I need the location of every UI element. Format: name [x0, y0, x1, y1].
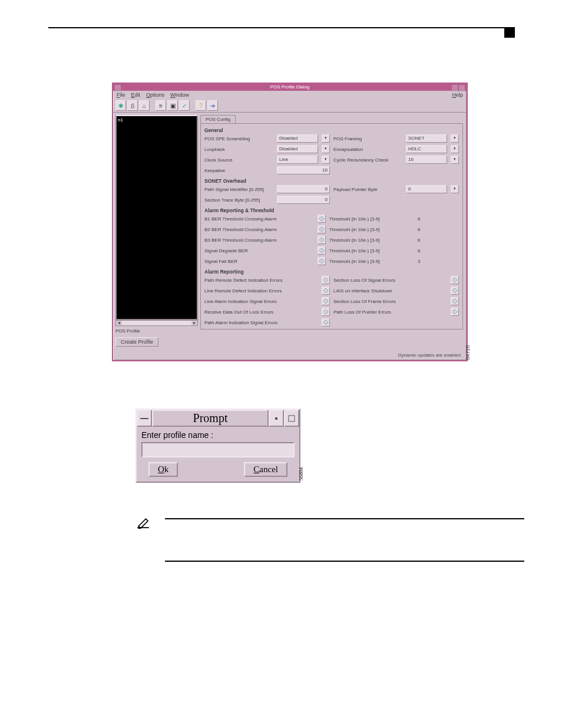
diamond-toggle-icon[interactable] [322, 297, 330, 305]
diamond-toggle-icon[interactable] [318, 215, 326, 223]
field-ppb[interactable]: 0 [406, 185, 447, 193]
label-pos-framing: POS Framing [333, 136, 402, 141]
toolbar-btn-2[interactable]: ⎙ [127, 100, 138, 111]
menu-file[interactable]: File [117, 92, 125, 98]
diamond-toggle-icon[interactable] [451, 276, 459, 284]
ar-right-label: Path Loss Of Pointer Errors [333, 309, 447, 315]
scroll-right-icon[interactable]: ▸ [191, 321, 197, 325]
alarm-reporting-grid: Path Remote Defect Indication Errors Sec… [204, 276, 459, 327]
section-general: General [204, 127, 459, 133]
ar-right-label: Section Loss Of Frame Errors [333, 299, 447, 304]
window-maximize-icon[interactable] [458, 84, 465, 91]
field-psi[interactable]: 0 [277, 185, 330, 193]
dropdown-icon[interactable]: ▾ [451, 156, 459, 164]
ar-left-label: Line Alarm Indication Signal Errors [204, 299, 318, 304]
field-stb[interactable]: 0 [277, 196, 330, 204]
window-minimize-icon[interactable] [451, 84, 458, 91]
profile-list[interactable]: n1 [115, 115, 198, 320]
create-profile-button[interactable]: Create Profile [115, 337, 158, 347]
diamond-toggle-icon[interactable] [451, 308, 459, 316]
svg-marker-6 [452, 278, 457, 282]
dropdown-icon[interactable]: ▾ [322, 145, 330, 153]
svg-rect-14 [140, 418, 148, 419]
window-menu-icon[interactable] [114, 84, 121, 91]
field-spe-scrambling[interactable]: Disabled [277, 134, 318, 143]
menu-window[interactable]: Window [170, 92, 189, 98]
svg-marker-7 [323, 288, 328, 293]
profile-list-hscrollbar[interactable]: ◂ ▸ [115, 320, 198, 326]
window-titlebar[interactable]: POS Profile Dialog [113, 84, 467, 91]
diamond-toggle-icon[interactable] [451, 286, 459, 295]
figure-id: 84720 [464, 345, 470, 360]
profile-name-input[interactable] [141, 442, 295, 457]
thr-value[interactable]: 6 [418, 227, 459, 232]
toolbar-btn-6[interactable]: ✓ [179, 100, 190, 111]
thr-threshold-label: Threshold (in 10e-) [3-9] [329, 216, 414, 222]
svg-marker-11 [323, 309, 328, 314]
field-encapsulation[interactable]: HDLC [406, 145, 447, 153]
thr-threshold-label: Threshold (in 10e-) [3-9] [329, 248, 414, 253]
thr-label: B2 BER Threshold Crossing Alarm [204, 227, 314, 232]
window-title: POS Profile Dialog [270, 84, 310, 90]
toolbar-btn-help[interactable]: ? [196, 100, 206, 111]
dropdown-icon[interactable]: ▾ [451, 145, 459, 153]
ar-left-label: Line Remote Defect Indication Errors [204, 288, 318, 294]
diamond-toggle-icon[interactable] [322, 318, 330, 327]
thr-label: B1 BER Threshold Crossing Alarm [204, 216, 314, 222]
field-pos-framing[interactable]: SONET [406, 134, 447, 143]
dropdown-icon[interactable]: ▾ [322, 134, 330, 143]
window-menu-icon[interactable] [137, 410, 152, 427]
dropdown-icon[interactable]: ▾ [451, 134, 459, 143]
toolbar-btn-go[interactable]: ➔ [207, 100, 218, 111]
diamond-toggle-icon[interactable] [322, 286, 330, 295]
menu-options[interactable]: Options [146, 92, 164, 98]
diamond-toggle-icon[interactable] [322, 276, 330, 284]
field-loopback[interactable]: Disabled [277, 145, 318, 153]
status-bar: Dynamic updates are enabled [113, 349, 467, 360]
menu-edit[interactable]: Edit [131, 92, 141, 98]
label-loopback: Loopback [204, 147, 273, 152]
svg-marker-1 [319, 227, 324, 232]
toolbar-btn-1[interactable]: ✱ [115, 100, 126, 111]
diamond-toggle-icon[interactable] [318, 246, 326, 255]
svg-marker-2 [319, 238, 324, 242]
note-block [135, 518, 524, 562]
svg-marker-9 [323, 299, 328, 304]
diamond-toggle-icon[interactable] [451, 297, 459, 305]
prompt-title: Prompt [152, 410, 269, 427]
thr-value[interactable]: 6 [418, 248, 459, 253]
thr-value[interactable]: 6 [418, 238, 459, 243]
toolbar-btn-3[interactable]: ⌂ [139, 100, 150, 111]
diamond-toggle-icon[interactable] [318, 225, 326, 233]
profile-list-item[interactable]: n1 [118, 117, 123, 123]
thr-threshold-label: Threshold (in 10e-) [3-9] [329, 238, 414, 243]
dropdown-icon[interactable]: ▾ [451, 185, 459, 193]
toolbar-btn-4[interactable]: ≡ [156, 100, 166, 111]
scroll-left-icon[interactable]: ◂ [116, 321, 122, 325]
pencil-note-icon [135, 516, 152, 532]
diamond-toggle-icon[interactable] [318, 257, 326, 265]
section-alarm-reporting: Alarm Reporting [204, 269, 459, 275]
diamond-toggle-icon[interactable] [322, 308, 330, 316]
label-encapsulation: Encapsulation [333, 147, 402, 152]
window-minimize-icon[interactable] [269, 410, 284, 427]
svg-marker-4 [319, 259, 324, 263]
thr-value[interactable]: 3 [418, 259, 459, 264]
ok-button[interactable]: Ok [148, 462, 178, 477]
field-crc[interactable]: 16 [406, 156, 447, 164]
field-keepalive[interactable]: 10 [277, 166, 330, 174]
tab-pos-config[interactable]: POS Config [200, 115, 236, 123]
pos-profile-dialog-window: POS Profile Dialog File Edit Options Win… [112, 83, 468, 361]
label-stb: Section Trace Byte [0-255] [204, 197, 273, 203]
diamond-toggle-icon[interactable] [318, 236, 326, 244]
window-maximize-icon[interactable] [284, 410, 299, 427]
thr-label: Signal Fail BER [204, 259, 314, 264]
svg-marker-5 [323, 278, 328, 282]
thr-value[interactable]: 6 [418, 216, 459, 222]
toolbar-btn-5[interactable]: ▣ [167, 100, 178, 111]
menu-help[interactable]: Help [452, 92, 463, 98]
label-clock-source: Clock Source [204, 157, 273, 163]
cancel-button[interactable]: Cancel [244, 462, 287, 477]
dropdown-icon[interactable]: ▾ [322, 156, 330, 164]
field-clock-source[interactable]: Line [277, 156, 318, 164]
